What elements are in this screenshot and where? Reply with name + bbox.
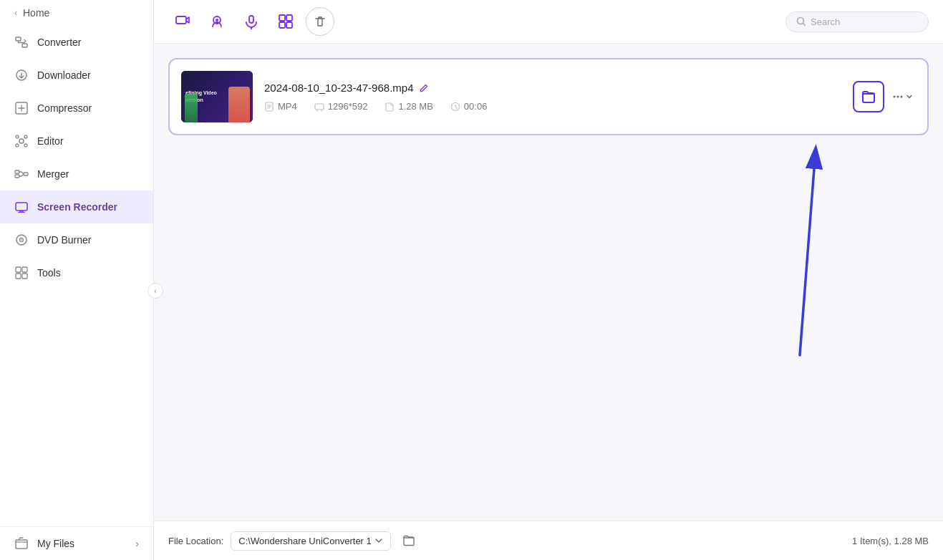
- svg-rect-26: [249, 16, 253, 23]
- search-input[interactable]: [811, 16, 911, 27]
- svg-rect-34: [315, 104, 324, 110]
- svg-rect-14: [18, 212, 25, 213]
- file-size-value: 1.28 MB: [398, 101, 432, 112]
- sidebar-home-label: Home: [23, 7, 49, 19]
- svg-rect-20: [16, 274, 21, 279]
- sidebar-item-label: Tools: [37, 267, 61, 279]
- search-icon: [796, 16, 806, 26]
- file-info: 2024-08-10_10-23-47-968.mp4: [264, 82, 841, 112]
- sidebar-item-editor[interactable]: Editor: [0, 125, 153, 158]
- svg-rect-9: [15, 170, 19, 173]
- svg-rect-13: [20, 211, 23, 212]
- sidebar-item-tools[interactable]: Tools: [0, 256, 153, 289]
- location-folder-button[interactable]: [398, 530, 420, 551]
- my-files-arrow: ›: [135, 538, 139, 549]
- sidebar-item-label: Merger: [37, 168, 69, 180]
- svg-point-5: [16, 135, 19, 138]
- sidebar-item-label: Screen Recorder: [37, 201, 117, 213]
- file-thumbnail: efining Videoversion: [181, 71, 253, 122]
- collapse-icon: ‹: [154, 287, 156, 295]
- file-resolution: 1296*592: [314, 101, 368, 112]
- sidebar-item-label: Compressor: [37, 102, 92, 114]
- duration-icon: [450, 102, 460, 112]
- svg-rect-1: [22, 44, 27, 47]
- search-box: [785, 11, 929, 32]
- sidebar-item-compressor[interactable]: Compressor: [0, 92, 153, 125]
- svg-point-38: [901, 96, 903, 98]
- sidebar-item-downloader[interactable]: Downloader: [0, 59, 153, 92]
- svg-point-7: [16, 144, 19, 147]
- file-name: 2024-08-10_10-23-47-968.mp4: [264, 82, 413, 94]
- content-area: efining Videoversion 2024-08-10_10-23-47…: [154, 44, 943, 521]
- file-actions: [853, 81, 916, 112]
- file-size: 1.28 MB: [385, 101, 432, 112]
- svg-rect-31: [286, 22, 292, 28]
- sidebar-collapse-button[interactable]: ‹: [148, 283, 163, 299]
- toolbar-record-screen-button[interactable]: [168, 7, 197, 36]
- size-icon: [385, 102, 395, 112]
- my-files-icon: [14, 536, 29, 551]
- my-files-label: My Files: [37, 538, 74, 549]
- open-folder-button[interactable]: [853, 81, 884, 112]
- editor-icon: [14, 134, 29, 148]
- file-resolution-value: 1296*592: [328, 101, 368, 112]
- toolbar-webcam-button[interactable]: [203, 7, 231, 36]
- sidebar-item-label: Downloader: [37, 69, 91, 81]
- svg-point-36: [894, 96, 896, 98]
- svg-rect-19: [22, 267, 27, 272]
- dvd-burner-icon: [14, 233, 29, 247]
- bottom-bar: File Location: C:\Wondershare UniConvert…: [154, 521, 943, 560]
- sidebar-item-label: Editor: [37, 135, 64, 147]
- svg-rect-21: [22, 274, 27, 279]
- svg-rect-23: [176, 16, 186, 24]
- sidebar-item-merger[interactable]: Merger: [0, 158, 153, 190]
- format-icon: [264, 102, 274, 112]
- svg-rect-29: [286, 15, 292, 21]
- chevron-left-icon: ‹: [14, 8, 17, 18]
- items-count: 1 Item(s), 1.28 MB: [852, 536, 929, 546]
- svg-point-4: [19, 139, 24, 143]
- svg-rect-11: [24, 173, 28, 175]
- svg-point-37: [897, 96, 899, 98]
- chevron-down-icon: [374, 536, 383, 545]
- resolution-icon: [314, 102, 324, 112]
- sidebar-item-dvd-burner[interactable]: DVD Burner: [0, 223, 153, 256]
- file-duration: 00:06: [450, 101, 488, 112]
- svg-rect-10: [15, 175, 19, 178]
- more-options-button[interactable]: [889, 87, 916, 106]
- svg-rect-28: [279, 15, 285, 21]
- chevron-down-icon: [906, 93, 913, 100]
- screen-recorder-icon: [14, 200, 29, 214]
- svg-point-25: [216, 19, 218, 21]
- file-format: MP4: [264, 101, 297, 112]
- sidebar-item-converter[interactable]: Converter: [0, 26, 153, 59]
- svg-rect-18: [16, 267, 21, 272]
- merger-icon: [14, 167, 29, 181]
- sidebar-item-label: Converter: [37, 37, 81, 48]
- svg-point-17: [21, 239, 22, 241]
- edit-filename-icon[interactable]: [419, 83, 429, 93]
- file-location-label: File Location:: [168, 536, 223, 546]
- location-path-selector[interactable]: C:\Wondershare UniConverter 1: [231, 531, 390, 551]
- svg-rect-0: [16, 37, 21, 41]
- toolbar-delete-button[interactable]: [306, 7, 334, 36]
- toolbar-audio-button[interactable]: [237, 7, 266, 36]
- sidebar-item-my-files[interactable]: My Files ›: [0, 526, 153, 560]
- svg-rect-22: [16, 540, 27, 549]
- converter-icon: [14, 35, 29, 49]
- compressor-icon: [14, 101, 29, 115]
- file-card: efining Videoversion 2024-08-10_10-23-47…: [168, 58, 929, 135]
- file-format-value: MP4: [278, 101, 297, 112]
- svg-rect-12: [16, 203, 27, 211]
- svg-rect-30: [279, 22, 285, 28]
- svg-point-6: [24, 135, 27, 138]
- main-panel: efining Videoversion 2024-08-10_10-23-47…: [154, 0, 943, 560]
- sidebar: ‹ Home Converter Downloader: [0, 0, 154, 560]
- sidebar-item-screen-recorder[interactable]: Screen Recorder: [0, 190, 153, 223]
- tools-icon: [14, 266, 29, 280]
- svg-point-8: [24, 144, 27, 147]
- sidebar-item-label: DVD Burner: [37, 234, 91, 246]
- toolbar-snapshots-button[interactable]: [271, 7, 300, 36]
- file-duration-value: 00:06: [464, 101, 488, 112]
- sidebar-item-home[interactable]: ‹ Home: [0, 0, 153, 26]
